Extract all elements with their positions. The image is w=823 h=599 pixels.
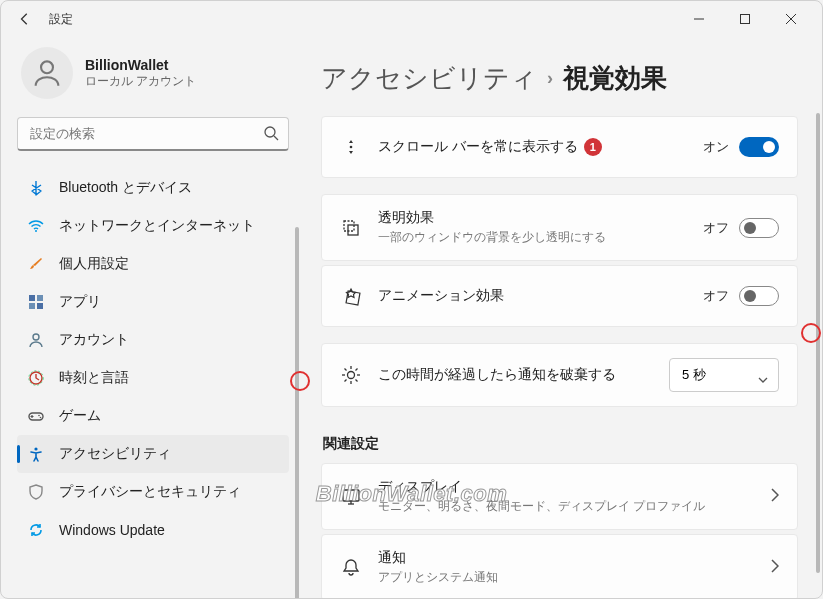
back-button[interactable] (9, 3, 41, 35)
svg-point-14 (38, 415, 40, 417)
svg-point-21 (348, 372, 355, 379)
toggle-state-label: オフ (703, 219, 729, 237)
scroll-icon (340, 138, 362, 156)
breadcrumb: アクセシビリティ › 視覚効果 (321, 37, 798, 116)
sidebar-item-account[interactable]: アカウント (17, 321, 289, 359)
profile-block[interactable]: BillionWallet ローカル アカウント (17, 37, 289, 117)
sidebar-item-label: アクセシビリティ (59, 445, 171, 463)
sidebar-item-label: アプリ (59, 293, 101, 311)
duration-select[interactable]: 5 秒 (669, 358, 779, 392)
profile-name: BillionWallet (85, 57, 196, 73)
svg-point-5 (35, 230, 37, 232)
shield-icon (27, 483, 45, 501)
setting-title: この時間が経過したら通知を破棄する (378, 366, 653, 384)
animation-icon (340, 286, 362, 306)
svg-point-10 (33, 334, 39, 340)
sidebar-item-label: 時刻と言語 (59, 369, 129, 387)
related-title: ディスプレイ (378, 478, 755, 496)
related-setting-row[interactable]: ディスプレイモニター、明るさ、夜間モード、ディスプレイ プロファイル (321, 463, 798, 530)
sidebar-item-bluetooth[interactable]: Bluetooth とデバイス (17, 169, 289, 207)
breadcrumb-parent[interactable]: アクセシビリティ (321, 61, 537, 96)
toggle-switch[interactable] (739, 218, 779, 238)
chevron-right-icon: › (547, 68, 553, 89)
main-content: アクセシビリティ › 視覚効果 スクロール バーを常に表示する1オン透明効果一部… (301, 37, 822, 598)
setting-title: 透明効果 (378, 209, 687, 227)
sidebar-item-label: 個人用設定 (59, 255, 129, 273)
sidebar-item-accessibility[interactable]: アクセシビリティ (17, 435, 289, 473)
sidebar-item-clock[interactable]: 時刻と言語 (17, 359, 289, 397)
bluetooth-icon (27, 179, 45, 197)
wifi-icon (27, 217, 45, 235)
svg-point-17 (350, 146, 353, 149)
setting-row: この時間が経過したら通知を破棄する5 秒 (321, 343, 798, 407)
related-settings-label: 関連設定 (323, 435, 798, 453)
chevron-down-icon (758, 371, 768, 386)
setting-row: スクロール バーを常に表示する1オン (321, 116, 798, 178)
svg-point-15 (40, 417, 42, 419)
toggle-state-label: オン (703, 138, 729, 156)
toggle-switch[interactable] (739, 137, 779, 157)
clock-icon (27, 369, 45, 387)
sidebar-item-update[interactable]: Windows Update (17, 511, 289, 549)
sidebar-scrollbar[interactable] (295, 227, 299, 598)
search-box (17, 117, 289, 151)
related-description: モニター、明るさ、夜間モード、ディスプレイ プロファイル (378, 498, 755, 515)
svg-line-29 (345, 380, 347, 382)
related-description: アプリとシステム通知 (378, 569, 755, 586)
svg-rect-8 (29, 303, 35, 309)
svg-line-26 (345, 369, 347, 371)
svg-point-3 (265, 127, 275, 137)
sidebar-item-label: Windows Update (59, 522, 165, 538)
related-setting-row[interactable]: 通知アプリとシステム通知 (321, 534, 798, 598)
sidebar-item-wifi[interactable]: ネットワークとインターネット (17, 207, 289, 245)
setting-row: アニメーション効果オフ (321, 265, 798, 327)
setting-title: アニメーション効果 (378, 287, 687, 305)
svg-rect-7 (37, 295, 43, 301)
sidebar-item-brush[interactable]: 個人用設定 (17, 245, 289, 283)
sidebar-item-game[interactable]: ゲーム (17, 397, 289, 435)
transparency-icon (340, 218, 362, 238)
svg-rect-18 (344, 221, 354, 231)
svg-rect-19 (348, 225, 358, 235)
svg-rect-1 (741, 15, 750, 24)
sidebar-item-label: アカウント (59, 331, 129, 349)
svg-line-28 (356, 369, 358, 371)
update-icon (27, 521, 45, 539)
accessibility-icon (27, 445, 45, 463)
sidebar-item-label: ネットワークとインターネット (59, 217, 255, 235)
game-icon (27, 407, 45, 425)
badge: 1 (584, 138, 602, 156)
app-title: 設定 (49, 11, 73, 28)
related-title: 通知 (378, 549, 755, 567)
page-title: 視覚効果 (563, 61, 667, 96)
chevron-right-icon (771, 488, 779, 506)
bell-icon (340, 558, 362, 578)
display-icon (340, 487, 362, 507)
main-scrollbar[interactable] (816, 113, 820, 573)
svg-line-4 (274, 136, 278, 140)
sidebar-item-label: Bluetooth とデバイス (59, 179, 192, 197)
sidebar-item-label: ゲーム (59, 407, 101, 425)
svg-rect-9 (37, 303, 43, 309)
close-button[interactable] (768, 3, 814, 35)
apps-icon (27, 293, 45, 311)
toggle-switch[interactable] (739, 286, 779, 306)
account-icon (27, 331, 45, 349)
maximize-button[interactable] (722, 3, 768, 35)
toggle-state-label: オフ (703, 287, 729, 305)
titlebar: 設定 (1, 1, 822, 37)
svg-rect-6 (29, 295, 35, 301)
svg-rect-30 (343, 490, 359, 501)
setting-row: 透明効果一部のウィンドウの背景を少し透明にするオフ (321, 194, 798, 261)
sidebar-item-apps[interactable]: アプリ (17, 283, 289, 321)
sidebar-item-shield[interactable]: プライバシーとセキュリティ (17, 473, 289, 511)
svg-line-27 (356, 380, 358, 382)
svg-point-2 (41, 61, 53, 73)
avatar (21, 47, 73, 99)
brush-icon (27, 255, 45, 273)
search-input[interactable] (17, 117, 289, 151)
minimize-button[interactable] (676, 3, 722, 35)
profile-account-type: ローカル アカウント (85, 73, 196, 90)
select-value: 5 秒 (682, 366, 706, 384)
search-icon (263, 125, 279, 145)
